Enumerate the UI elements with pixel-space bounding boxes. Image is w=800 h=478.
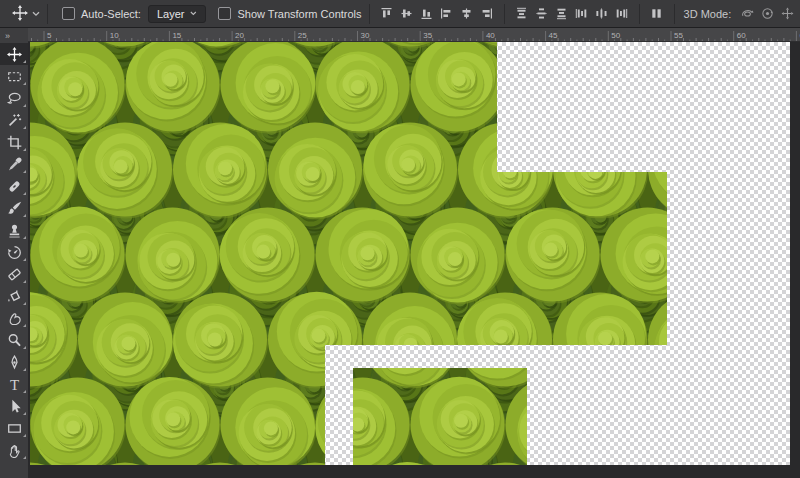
svg-text:25: 25 bbox=[298, 31, 307, 40]
tool-eyedropper[interactable] bbox=[0, 153, 28, 175]
align-right-icon bbox=[480, 7, 493, 20]
tool-clone-stamp[interactable] bbox=[0, 219, 28, 241]
move-tool-icon bbox=[12, 5, 28, 22]
auto-select-label: Auto-Select: bbox=[81, 8, 141, 20]
distribute-top-edges-button[interactable] bbox=[512, 3, 532, 25]
orbit-icon bbox=[741, 7, 754, 20]
distribute-button-group bbox=[512, 3, 632, 25]
tool-paint-bucket[interactable] bbox=[0, 285, 28, 307]
crop-icon bbox=[7, 135, 22, 150]
svg-text:40: 40 bbox=[486, 31, 495, 40]
auto-select-target-dropdown[interactable]: Layer bbox=[148, 5, 207, 23]
distribute-horizontal-centers-button[interactable] bbox=[592, 3, 612, 25]
history-brush-icon bbox=[7, 245, 22, 260]
tool-preset-chevron-icon[interactable] bbox=[32, 11, 40, 17]
svg-text:55: 55 bbox=[674, 31, 683, 40]
separator bbox=[504, 4, 505, 24]
align-right-edges-button[interactable] bbox=[477, 3, 497, 25]
distribute-right-edges-button[interactable] bbox=[612, 3, 632, 25]
dist-hcenter-icon bbox=[595, 7, 608, 20]
align-bottom-edges-button[interactable] bbox=[417, 3, 437, 25]
type-icon: T bbox=[7, 377, 22, 392]
paint-bucket-icon bbox=[7, 289, 22, 304]
auto-select-target-value: Layer bbox=[157, 8, 185, 20]
tool-history-brush[interactable] bbox=[0, 241, 28, 263]
align-vertical-centers-button[interactable] bbox=[397, 3, 417, 25]
tool-magic-wand[interactable] bbox=[0, 109, 28, 131]
eraser-icon bbox=[7, 267, 22, 282]
align-bottom-icon bbox=[420, 7, 433, 20]
dist-bottom-icon bbox=[555, 7, 568, 20]
magic-wand-icon bbox=[7, 113, 22, 128]
3d-mode-button-group bbox=[737, 3, 800, 25]
align-top-edges-button[interactable] bbox=[377, 3, 397, 25]
svg-text:15: 15 bbox=[172, 31, 181, 40]
svg-text:T: T bbox=[9, 377, 18, 392]
eyedropper-icon bbox=[7, 157, 22, 172]
tool-hand[interactable] bbox=[0, 439, 28, 461]
align-left-icon bbox=[440, 7, 453, 20]
tool-panel-expand-button[interactable]: » bbox=[0, 28, 28, 43]
tool-smudge[interactable] bbox=[0, 307, 28, 329]
tool-panel: » T bbox=[0, 28, 28, 478]
svg-text:30: 30 bbox=[361, 31, 370, 40]
drag-icon bbox=[781, 7, 794, 20]
document-canvas[interactable] bbox=[30, 42, 790, 469]
distribute-spacing-button[interactable] bbox=[647, 3, 667, 25]
dist-vcenter-icon bbox=[535, 7, 548, 20]
tool-options-bar: Auto-Select: Layer Show Transform Contro… bbox=[0, 0, 800, 28]
3d-roll-button[interactable] bbox=[757, 3, 777, 25]
separator bbox=[47, 4, 48, 24]
lasso-icon bbox=[7, 91, 22, 106]
3d-rotate-button[interactable] bbox=[737, 3, 757, 25]
tool-lasso[interactable] bbox=[0, 87, 28, 109]
dist-top-icon bbox=[515, 7, 528, 20]
rectangular-marquee-icon bbox=[7, 69, 22, 84]
show-transform-label: Show Transform Controls bbox=[237, 8, 361, 20]
separator bbox=[369, 4, 370, 24]
align-top-icon bbox=[380, 7, 393, 20]
dist-left-icon bbox=[575, 7, 588, 20]
dist-right-icon bbox=[615, 7, 628, 20]
pasteboard bbox=[28, 42, 800, 478]
tool-dodge[interactable] bbox=[0, 329, 28, 351]
move-icon bbox=[7, 47, 22, 62]
tool-crop[interactable] bbox=[0, 131, 28, 153]
hand-icon bbox=[7, 443, 22, 458]
svg-text:20: 20 bbox=[235, 31, 244, 40]
auto-select-checkbox[interactable] bbox=[62, 7, 75, 20]
tool-path-selection[interactable] bbox=[0, 395, 28, 417]
tool-spot-healing-brush[interactable] bbox=[0, 175, 28, 197]
tool-pen[interactable] bbox=[0, 351, 28, 373]
svg-text:60: 60 bbox=[737, 31, 746, 40]
pen-icon bbox=[7, 355, 22, 370]
tool-move[interactable] bbox=[0, 43, 28, 65]
show-transform-checkbox-group[interactable]: Show Transform Controls bbox=[218, 7, 361, 20]
dist-spacing-icon bbox=[650, 7, 663, 20]
clone-stamp-icon bbox=[7, 223, 22, 238]
tools-list: T bbox=[0, 43, 28, 461]
tool-brush[interactable] bbox=[0, 197, 28, 219]
align-horizontal-centers-button[interactable] bbox=[457, 3, 477, 25]
auto-select-checkbox-group[interactable]: Auto-Select: bbox=[62, 7, 141, 20]
distribute-bottom-edges-button[interactable] bbox=[552, 3, 572, 25]
align-left-edges-button[interactable] bbox=[437, 3, 457, 25]
show-transform-checkbox[interactable] bbox=[218, 7, 231, 20]
smudge-icon bbox=[7, 311, 22, 326]
dropdown-chevron-icon bbox=[190, 11, 197, 16]
tool-type[interactable]: T bbox=[0, 373, 28, 395]
spot-healing-brush-icon bbox=[7, 179, 22, 194]
tool-rectangle-shape[interactable] bbox=[0, 417, 28, 439]
tool-rectangular-marquee[interactable] bbox=[0, 65, 28, 87]
3d-drag-button[interactable] bbox=[777, 3, 797, 25]
separator bbox=[639, 4, 640, 24]
distribute-left-edges-button[interactable] bbox=[572, 3, 592, 25]
separator bbox=[674, 4, 675, 24]
path-selection-icon bbox=[7, 399, 22, 414]
tool-eraser[interactable] bbox=[0, 263, 28, 285]
svg-text:5: 5 bbox=[47, 31, 52, 40]
align-vcenter-icon bbox=[400, 7, 413, 20]
horizontal-ruler[interactable]: 5101520253035404550556065 bbox=[28, 28, 800, 42]
distribute-vertical-centers-button[interactable] bbox=[532, 3, 552, 25]
align-button-group bbox=[377, 3, 497, 25]
